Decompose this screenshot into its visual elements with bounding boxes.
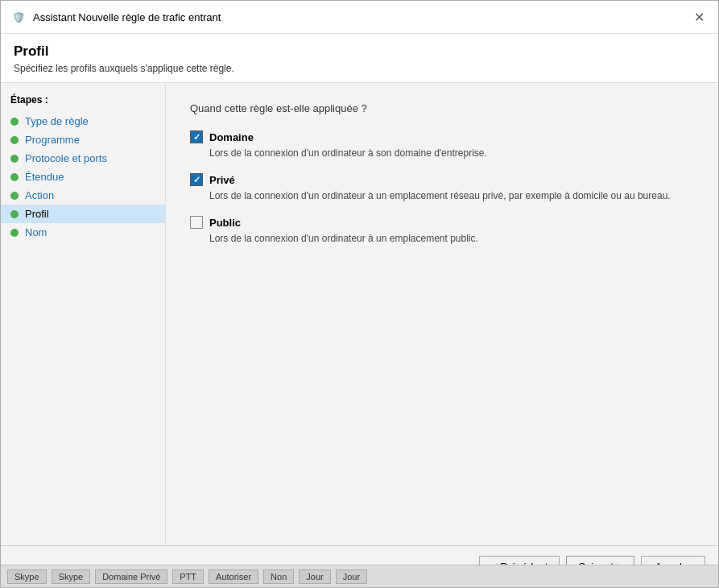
option-domaine-desc: Lors de la connexion d'un ordinateur à s… <box>190 146 694 160</box>
taskbar-item[interactable]: Skype <box>52 569 91 584</box>
dialog-window: 🛡️ Assistant Nouvelle règle de trafic en… <box>0 0 719 588</box>
step-dot <box>10 136 19 144</box>
sidebar-item-label: Profil <box>25 208 49 220</box>
taskbar: Skype Skype Domaine Privé PTT Autoriser … <box>1 565 718 587</box>
checkbox-public[interactable]: ✓ <box>190 216 203 229</box>
main-content: Quand cette règle est-elle appliquée ? ✓… <box>166 83 718 545</box>
sidebar-item-profil[interactable]: Profil <box>1 205 165 223</box>
sidebar: Étapes : Type de règle Programme Protoco… <box>1 83 166 545</box>
step-dot <box>10 192 19 200</box>
step-dot <box>10 118 19 126</box>
sidebar-item-label: Programme <box>25 134 80 146</box>
step-dot <box>10 173 19 181</box>
sidebar-item-nom[interactable]: Nom <box>1 223 165 242</box>
checkmark-domaine: ✓ <box>193 133 200 142</box>
option-prive-desc: Lors de la connexion d'un ordinateur à u… <box>190 188 694 203</box>
checkmark-prive: ✓ <box>193 176 200 184</box>
page-subtitle: Spécifiez les profils auxquels s'appliqu… <box>14 63 705 74</box>
taskbar-item[interactable]: Skype <box>7 569 47 584</box>
page-title: Profil <box>14 43 705 60</box>
taskbar-item[interactable]: Domaine Privé <box>95 569 167 584</box>
dialog-header: Profil Spécifiez les profils auxquels s'… <box>1 34 718 83</box>
option-prive-header: ✓ Privé <box>190 173 694 186</box>
close-button[interactable]: ✕ <box>689 7 709 27</box>
sidebar-item-programme[interactable]: Programme <box>1 130 165 149</box>
option-public-label: Public <box>209 217 241 229</box>
sidebar-item-action[interactable]: Action <box>1 186 165 205</box>
option-public-desc: Lors de la connexion d'un ordinateur à u… <box>190 231 694 246</box>
dialog-title: Assistant Nouvelle règle de trafic entra… <box>33 11 221 23</box>
step-dot <box>10 155 19 163</box>
option-prive: ✓ Privé Lors de la connexion d'un ordina… <box>190 173 694 203</box>
taskbar-item[interactable]: Non <box>263 569 294 584</box>
sidebar-item-label: Nom <box>25 226 47 238</box>
sidebar-item-label: Action <box>25 189 54 201</box>
sidebar-item-label: Étendue <box>25 171 64 183</box>
option-domaine: ✓ Domaine Lors de la connexion d'un ordi… <box>190 130 694 160</box>
taskbar-item[interactable]: Jour <box>299 569 330 584</box>
option-domaine-label: Domaine <box>209 131 254 143</box>
question-label: Quand cette règle est-elle appliquée ? <box>190 102 694 114</box>
sidebar-item-type-de-regle[interactable]: Type de règle <box>1 112 165 130</box>
option-public: ✓ Public Lors de la connexion d'un ordin… <box>190 216 694 246</box>
taskbar-item[interactable]: Autoriser <box>209 569 258 584</box>
dialog-body: Étapes : Type de règle Programme Protoco… <box>1 83 718 545</box>
checkbox-prive[interactable]: ✓ <box>190 173 203 186</box>
sidebar-item-protocole-et-ports[interactable]: Protocole et ports <box>1 149 165 168</box>
option-public-header: ✓ Public <box>190 216 694 229</box>
dialog-icon: 🛡️ <box>10 9 27 25</box>
title-bar: 🛡️ Assistant Nouvelle règle de trafic en… <box>1 1 718 34</box>
taskbar-item[interactable]: Jour <box>336 569 367 584</box>
sidebar-item-label: Protocole et ports <box>25 152 107 164</box>
option-domaine-header: ✓ Domaine <box>190 130 694 143</box>
title-bar-left: 🛡️ Assistant Nouvelle règle de trafic en… <box>10 9 221 25</box>
options-group: ✓ Domaine Lors de la connexion d'un ordi… <box>190 130 694 246</box>
sidebar-section-title: Étapes : <box>1 94 165 112</box>
step-dot <box>10 229 19 237</box>
sidebar-item-etendue[interactable]: Étendue <box>1 168 165 186</box>
option-prive-label: Privé <box>209 174 235 186</box>
taskbar-item[interactable]: PTT <box>172 569 204 584</box>
checkbox-domaine[interactable]: ✓ <box>190 130 203 143</box>
step-dot <box>10 210 19 218</box>
sidebar-item-label: Type de règle <box>25 115 89 127</box>
